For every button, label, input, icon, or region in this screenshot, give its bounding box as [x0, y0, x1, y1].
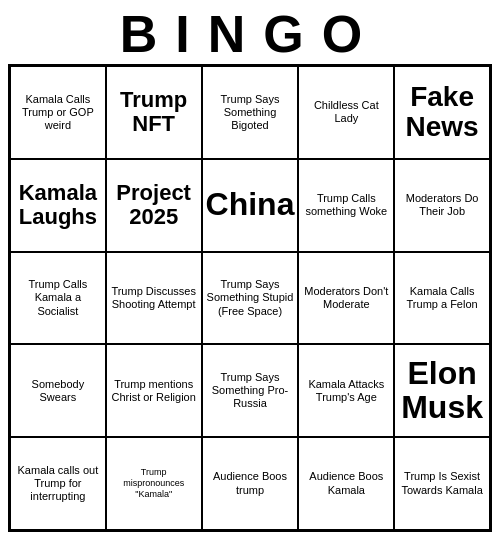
bingo-cell-7[interactable]: China	[202, 159, 299, 252]
bingo-cell-9[interactable]: Moderators Do Their Job	[394, 159, 490, 252]
bingo-cell-20[interactable]: Kamala calls out Trump for interrupting	[10, 437, 106, 530]
bingo-cell-12[interactable]: Trump Says Something Stupid (Free Space)	[202, 252, 299, 345]
bingo-cell-21[interactable]: Trump mispronounces "Kamala"	[106, 437, 202, 530]
bingo-cell-2[interactable]: Trump Says Something Bigoted	[202, 66, 299, 159]
bingo-cell-18[interactable]: Kamala Attacks Trump's Age	[298, 344, 394, 437]
bingo-title: BINGO	[120, 8, 380, 60]
bingo-cell-10[interactable]: Trump Calls Kamala a Socialist	[10, 252, 106, 345]
bingo-cell-1[interactable]: Trump NFT	[106, 66, 202, 159]
bingo-cell-16[interactable]: Trump mentions Christ or Religion	[106, 344, 202, 437]
bingo-cell-6[interactable]: Project 2025	[106, 159, 202, 252]
bingo-cell-22[interactable]: Audience Boos trump	[202, 437, 299, 530]
bingo-cell-24[interactable]: Trump Is Sexist Towards Kamala	[394, 437, 490, 530]
bingo-cell-8[interactable]: Trump Calls something Woke	[298, 159, 394, 252]
bingo-cell-23[interactable]: Audience Boos Kamala	[298, 437, 394, 530]
bingo-cell-11[interactable]: Trump Discusses Shooting Attempt	[106, 252, 202, 345]
bingo-grid: Kamala Calls Trump or GOP weirdTrump NFT…	[8, 64, 492, 532]
bingo-cell-17[interactable]: Trump Says Something Pro-Russia	[202, 344, 299, 437]
bingo-cell-19[interactable]: Elon Musk	[394, 344, 490, 437]
bingo-cell-0[interactable]: Kamala Calls Trump or GOP weird	[10, 66, 106, 159]
bingo-cell-15[interactable]: Somebody Swears	[10, 344, 106, 437]
bingo-cell-5[interactable]: Kamala Laughs	[10, 159, 106, 252]
bingo-cell-3[interactable]: Childless Cat Lady	[298, 66, 394, 159]
bingo-cell-4[interactable]: Fake News	[394, 66, 490, 159]
bingo-cell-13[interactable]: Moderators Don't Moderate	[298, 252, 394, 345]
bingo-cell-14[interactable]: Kamala Calls Trump a Felon	[394, 252, 490, 345]
